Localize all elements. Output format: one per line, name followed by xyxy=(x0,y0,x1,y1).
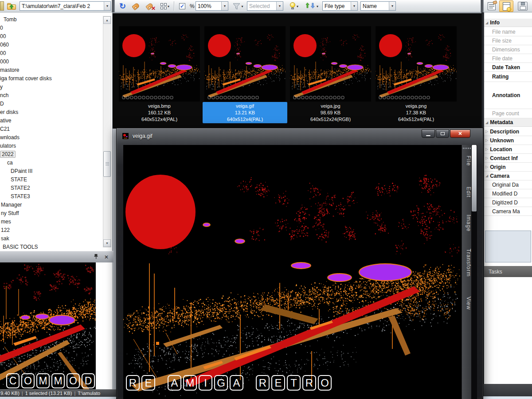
address-text[interactable]: T:\amulator\win7_clara\Feb 2 xyxy=(20,2,104,10)
viewer-tab-transform[interactable]: Transform xyxy=(462,249,472,277)
metadata-group-description[interactable]: ▷Description xyxy=(484,127,532,136)
filetype-value[interactable]: File type xyxy=(323,2,351,10)
viewer-tab-view[interactable]: View xyxy=(462,297,472,310)
keycap-letter: R xyxy=(256,375,270,391)
thumbnail-label-veiga.jpg[interactable]: veiga.jpg98.69 KB640x512x24(RGB) xyxy=(288,102,373,123)
highlight-button[interactable]: ▾ xyxy=(286,1,302,12)
viewer-title: veiga.gif xyxy=(133,133,153,139)
sortname-value[interactable]: Name xyxy=(361,2,389,10)
viewer-tab-edit[interactable]: Edit xyxy=(462,187,472,198)
filetype-dropdown-arrow[interactable]: ▾ xyxy=(351,2,357,10)
folder-up-button[interactable] xyxy=(5,1,18,12)
remove-tag-button[interactable]: ✕ xyxy=(143,1,156,12)
viewer-image[interactable]: REAMIGARETRO xyxy=(123,145,462,399)
sidebar-item-00[interactable]: 00 xyxy=(0,32,101,41)
section-header-info[interactable]: ◢Info xyxy=(484,19,532,27)
sort-button[interactable]: ▾ xyxy=(303,1,321,12)
edit-checkbox-button[interactable]: ✓ xyxy=(176,1,188,12)
scroll-down-icon[interactable]: ▼ xyxy=(103,239,111,247)
section-header-metadata[interactable]: ◢Metadata xyxy=(484,118,532,127)
keycap-letter: C xyxy=(6,373,20,388)
sortname-combobox[interactable]: Name ▾ xyxy=(360,1,396,11)
minimize-button[interactable] xyxy=(422,129,435,138)
selected-filter-value[interactable]: Selected xyxy=(247,2,276,10)
sidebar-item-dpaint-iii[interactable]: DPaint III xyxy=(0,167,101,176)
preview-titlebar[interactable]: ✕ xyxy=(0,251,113,262)
sidebar-item-tomb[interactable]: Tomb xyxy=(0,16,101,24)
thumbnail-label-veiga.png[interactable]: veiga.png17.38 KB640x512x4(PAL) xyxy=(374,102,458,123)
metadata-group-location[interactable]: ▷Location xyxy=(484,145,532,154)
tree-scrollbar[interactable]: ▲ ▼ xyxy=(103,16,111,247)
add-tag-button[interactable] xyxy=(130,1,142,12)
sidebar-item-ca[interactable]: ca xyxy=(0,159,101,167)
sidebar-item-0[interactable]: 0 xyxy=(0,24,101,32)
annotation-box[interactable] xyxy=(485,231,531,262)
sidebar-item-wnloads[interactable]: wnloads xyxy=(0,133,101,142)
sidebar-item-state2[interactable]: STATE2 xyxy=(0,184,101,192)
tasks-header[interactable]: Tasks xyxy=(484,266,532,277)
thumbnail-image-veiga.png[interactable] xyxy=(376,26,457,102)
refresh-button[interactable]: ↻ xyxy=(117,1,129,12)
sidebar-item-iga-format-cover-disks[interactable]: iga format cover disks xyxy=(0,74,101,83)
close-icon[interactable]: ✕ xyxy=(103,254,110,261)
address-dropdown-arrow[interactable]: ▾ xyxy=(104,2,110,10)
thumbnail-label-veiga.bmp[interactable]: veiga.bmp160.12 KB640x512x4(PAL) xyxy=(117,102,202,123)
viewer-tab-file[interactable]: File xyxy=(462,156,472,166)
metadata-group-origin[interactable]: ▷Origin xyxy=(484,163,532,172)
sidebar-item-basic-tools[interactable]: BASIC TOOLS xyxy=(0,243,101,251)
grip-handle[interactable] xyxy=(463,148,471,149)
selected-filter-combobox[interactable]: Selected ▾ xyxy=(247,1,283,11)
sidebar-item-manager[interactable]: Manager xyxy=(0,201,101,209)
pin-icon[interactable] xyxy=(92,254,99,261)
sidebar-item-y[interactable]: y xyxy=(0,83,101,91)
view-mode-button[interactable]: ▾ xyxy=(157,1,173,12)
metadata-group-contact-inf[interactable]: ▷Contact Inf xyxy=(484,154,532,163)
sidebar-item-ulators[interactable]: ulators xyxy=(0,142,101,150)
sidebar-item-d[interactable]: D xyxy=(0,100,101,108)
sidebar-item-000[interactable]: 000 xyxy=(0,58,101,66)
thumbnail-label-veiga.gif[interactable]: veiga.gif13.21 KB640x512x4(PAL) xyxy=(203,102,287,123)
sidebar-item-nch[interactable]: nch xyxy=(0,91,101,100)
maximize-button[interactable] xyxy=(436,129,449,138)
sidebar-item-state3[interactable]: STATE3 xyxy=(0,192,101,201)
selected-dropdown-arrow[interactable]: ▾ xyxy=(276,2,283,10)
zoom-dropdown-arrow[interactable]: ▾ xyxy=(221,2,228,10)
viewer-scrollbar[interactable] xyxy=(471,145,477,399)
sidebar-item-122[interactable]: 122 xyxy=(0,226,101,235)
sidebar-item-er-disks[interactable]: er disks xyxy=(0,108,101,117)
thumbnail-image-veiga.bmp[interactable] xyxy=(119,26,200,102)
zoom-combobox[interactable]: 100% ▾ xyxy=(196,1,228,11)
properties-button[interactable] xyxy=(485,0,498,12)
filter-button[interactable]: ▾ xyxy=(230,1,246,12)
status-text: T:\amulato xyxy=(78,391,100,396)
zoom-value[interactable]: 100% xyxy=(196,2,221,10)
sidebar-item-2022[interactable]: 2022 xyxy=(0,150,101,159)
scroll-up-icon[interactable]: ▲ xyxy=(103,16,111,24)
layout-button[interactable] xyxy=(499,0,513,12)
sidebar-item-060[interactable]: 060 xyxy=(0,41,101,49)
viewer-tab-image[interactable]: Image xyxy=(462,215,472,231)
preview-image[interactable]: COMMODO xyxy=(0,262,96,389)
metadata-group-camera[interactable]: ◢Camera xyxy=(484,172,532,180)
save-button[interactable] xyxy=(515,0,530,12)
sidebar-item-mes[interactable]: mes xyxy=(0,218,101,226)
viewer-scrollbar-thumb[interactable] xyxy=(472,145,477,211)
thumbnail-image-veiga.jpg[interactable] xyxy=(290,26,371,102)
refresh-icon: ↻ xyxy=(119,2,126,10)
close-button[interactable]: ✕ xyxy=(450,129,470,138)
camera-row-modified-d: Modified D xyxy=(484,189,532,198)
sidebar-item-c21[interactable]: C21 xyxy=(0,125,101,133)
sidebar-item-sak[interactable]: sak xyxy=(0,235,101,243)
thumbnail-image-veiga.gif[interactable] xyxy=(204,26,286,102)
sidebar-item-ny-stuff[interactable]: ny Stuff xyxy=(0,209,101,218)
sidebar-item-state[interactable]: STATE xyxy=(0,176,101,184)
address-combobox[interactable]: T:\amulator\win7_clara\Feb 2 ▾ xyxy=(20,1,111,11)
folder-tree-panel: Tomb00006000000mastoreiga format cover d… xyxy=(0,12,113,251)
sidebar-item-mastore[interactable]: mastore xyxy=(0,66,101,74)
sidebar-item-00[interactable]: 00 xyxy=(0,49,101,58)
filetype-combobox[interactable]: File type ▾ xyxy=(322,1,358,11)
scrollbar-thumb[interactable] xyxy=(103,151,111,177)
metadata-group-unknown[interactable]: ▷Unknown xyxy=(484,136,532,145)
sortname-dropdown-arrow[interactable]: ▾ xyxy=(389,2,395,10)
sidebar-item-ative[interactable]: ative xyxy=(0,117,101,125)
